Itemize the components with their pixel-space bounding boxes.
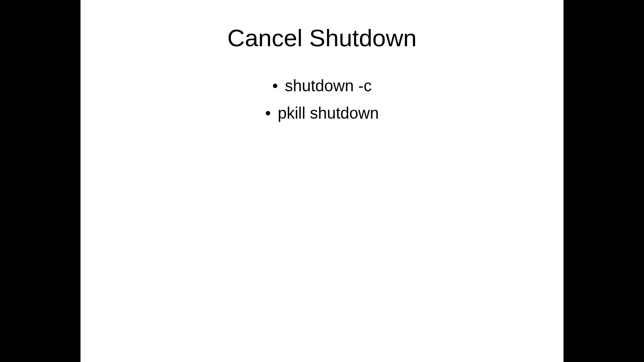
slide-title: Cancel Shutdown: [80, 24, 564, 52]
bullet-item: shutdown -c: [80, 72, 564, 99]
bullet-list: shutdown -c pkill shutdown: [80, 72, 564, 127]
bullet-item: pkill shutdown: [80, 99, 564, 127]
presentation-slide: Cancel Shutdown shutdown -c pkill shutdo…: [80, 0, 564, 362]
